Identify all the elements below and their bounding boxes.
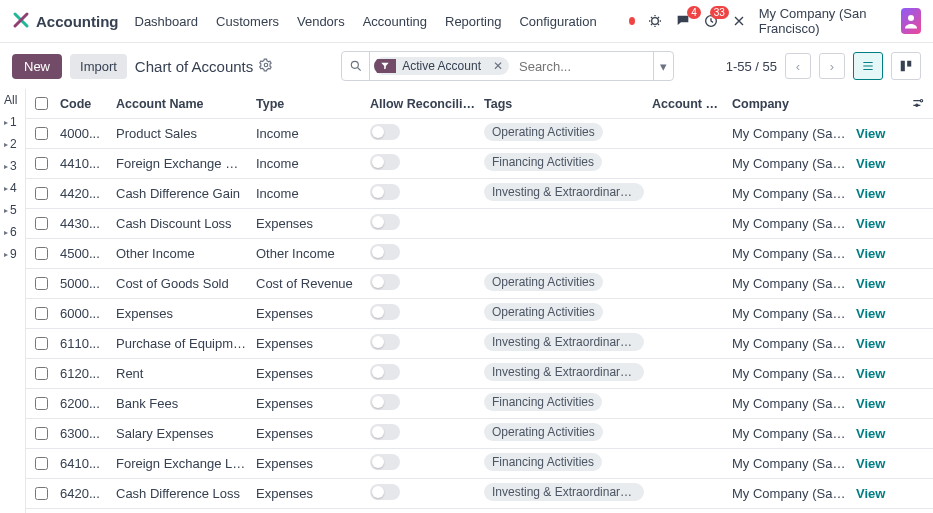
search-dropdown-icon[interactable]: ▾ <box>653 52 673 80</box>
user-avatar[interactable] <box>901 8 921 34</box>
table-row[interactable]: 6000...ExpensesExpensesOperating Activit… <box>26 299 933 329</box>
view-link[interactable]: View <box>856 156 885 171</box>
messages-icon[interactable]: 4 <box>675 13 691 29</box>
menu-accounting[interactable]: Accounting <box>363 14 427 29</box>
table-row[interactable]: 4500...Other IncomeOther IncomeMy Compan… <box>26 239 933 269</box>
row-checkbox[interactable] <box>35 157 48 170</box>
view-link[interactable]: View <box>856 336 885 351</box>
pager-prev-button[interactable]: ‹ <box>785 53 811 79</box>
view-link[interactable]: View <box>856 366 885 381</box>
col-type[interactable]: Type <box>252 97 366 111</box>
reconcile-toggle[interactable] <box>370 124 400 140</box>
row-checkbox[interactable] <box>35 457 48 470</box>
row-checkbox[interactable] <box>35 397 48 410</box>
sidebar-item-2[interactable]: ▸2 <box>0 133 25 155</box>
view-link[interactable]: View <box>856 486 885 501</box>
view-link[interactable]: View <box>856 246 885 261</box>
row-checkbox[interactable] <box>35 247 48 260</box>
sidebar-item-6[interactable]: ▸6 <box>0 221 25 243</box>
sidebar-item-9[interactable]: ▸9 <box>0 243 25 265</box>
table-row[interactable]: 6300...Salary ExpensesExpensesOperating … <box>26 419 933 449</box>
cell-name: Foreign Exchange Gain <box>112 156 252 171</box>
table-row[interactable]: 5000...Cost of Goods SoldCost of Revenue… <box>26 269 933 299</box>
reconcile-toggle[interactable] <box>370 214 400 230</box>
col-code[interactable]: Code <box>56 97 112 111</box>
table-row[interactable]: 6420...Cash Difference LossExpensesInves… <box>26 479 933 509</box>
row-checkbox[interactable] <box>35 217 48 230</box>
table-row[interactable]: 6120...RentExpensesInvesting & Extraordi… <box>26 359 933 389</box>
sidebar-item-1[interactable]: ▸1 <box>0 111 25 133</box>
reconcile-toggle[interactable] <box>370 424 400 440</box>
cell-code: 4000... <box>56 126 112 141</box>
table-row[interactable]: 4430...Cash Discount LossExpensesMy Comp… <box>26 209 933 239</box>
reconcile-toggle[interactable] <box>370 454 400 470</box>
app-brand[interactable]: Accounting <box>12 11 119 32</box>
topbar: Accounting Dashboard Customers Vendors A… <box>0 0 933 43</box>
table-row[interactable]: 6200...Bank FeesExpensesFinancing Activi… <box>26 389 933 419</box>
reconcile-toggle[interactable] <box>370 274 400 290</box>
view-link[interactable]: View <box>856 426 885 441</box>
sidebar-item-5[interactable]: ▸5 <box>0 199 25 221</box>
table-row[interactable]: 6410...Foreign Exchange LossExpensesFina… <box>26 449 933 479</box>
col-name[interactable]: Account Name <box>112 97 252 111</box>
table-header: Code Account Name Type Allow Reconciliat… <box>26 89 933 119</box>
reconcile-toggle[interactable] <box>370 154 400 170</box>
row-checkbox[interactable] <box>35 187 48 200</box>
col-company[interactable]: Company <box>728 97 852 111</box>
company-selector[interactable]: My Company (San Francisco) <box>759 6 890 36</box>
new-button[interactable]: New <box>12 54 62 79</box>
menu-reporting[interactable]: Reporting <box>445 14 501 29</box>
menu-configuration[interactable]: Configuration <box>519 14 596 29</box>
sidebar-item-3[interactable]: ▸3 <box>0 155 25 177</box>
reconcile-toggle[interactable] <box>370 334 400 350</box>
filter-chip-remove-icon[interactable]: ✕ <box>487 59 509 73</box>
cell-tags: Operating Activities <box>480 273 648 294</box>
list-view-button[interactable] <box>853 52 883 80</box>
sidebar-all[interactable]: All <box>0 89 25 111</box>
import-button[interactable]: Import <box>70 54 127 79</box>
menu-vendors[interactable]: Vendors <box>297 14 345 29</box>
reconcile-toggle[interactable] <box>370 244 400 260</box>
row-checkbox[interactable] <box>35 127 48 140</box>
table-row[interactable]: 6110...Purchase of EquipmentsExpensesInv… <box>26 329 933 359</box>
sidebar-item-4[interactable]: ▸4 <box>0 177 25 199</box>
kanban-view-button[interactable] <box>891 52 921 80</box>
table-row[interactable]: 6430...Cash Discount GainIncomeMy Compan… <box>26 509 933 513</box>
search-icon[interactable] <box>342 52 370 80</box>
col-tags[interactable]: Tags <box>480 97 648 111</box>
view-link[interactable]: View <box>856 456 885 471</box>
reconcile-toggle[interactable] <box>370 184 400 200</box>
tools-icon[interactable] <box>731 13 747 29</box>
reconcile-toggle[interactable] <box>370 304 400 320</box>
view-link[interactable]: View <box>856 276 885 291</box>
view-link[interactable]: View <box>856 306 885 321</box>
row-checkbox[interactable] <box>35 277 48 290</box>
pager-next-button[interactable]: › <box>819 53 845 79</box>
col-currency[interactable]: Account Curren... <box>648 97 728 111</box>
table-row[interactable]: 4410...Foreign Exchange GainIncomeFinanc… <box>26 149 933 179</box>
row-checkbox[interactable] <box>35 307 48 320</box>
reconcile-toggle[interactable] <box>370 484 400 500</box>
pager-label[interactable]: 1-55 / 55 <box>726 59 777 74</box>
activities-icon[interactable]: 33 <box>703 13 719 29</box>
search-input[interactable] <box>513 59 653 74</box>
debug-icon[interactable] <box>647 13 663 29</box>
column-options-icon[interactable] <box>911 96 925 113</box>
select-all-checkbox[interactable] <box>35 97 48 110</box>
view-link[interactable]: View <box>856 126 885 141</box>
col-reconcile[interactable]: Allow Reconciliati... <box>366 97 480 111</box>
view-link[interactable]: View <box>856 186 885 201</box>
menu-dashboard[interactable]: Dashboard <box>135 14 199 29</box>
view-link[interactable]: View <box>856 396 885 411</box>
menu-customers[interactable]: Customers <box>216 14 279 29</box>
reconcile-toggle[interactable] <box>370 394 400 410</box>
gear-icon[interactable] <box>259 58 273 75</box>
row-checkbox[interactable] <box>35 337 48 350</box>
row-checkbox[interactable] <box>35 487 48 500</box>
table-row[interactable]: 4420...Cash Difference GainIncomeInvesti… <box>26 179 933 209</box>
reconcile-toggle[interactable] <box>370 364 400 380</box>
row-checkbox[interactable] <box>35 367 48 380</box>
table-row[interactable]: 4000...Product SalesIncomeOperating Acti… <box>26 119 933 149</box>
view-link[interactable]: View <box>856 216 885 231</box>
row-checkbox[interactable] <box>35 427 48 440</box>
